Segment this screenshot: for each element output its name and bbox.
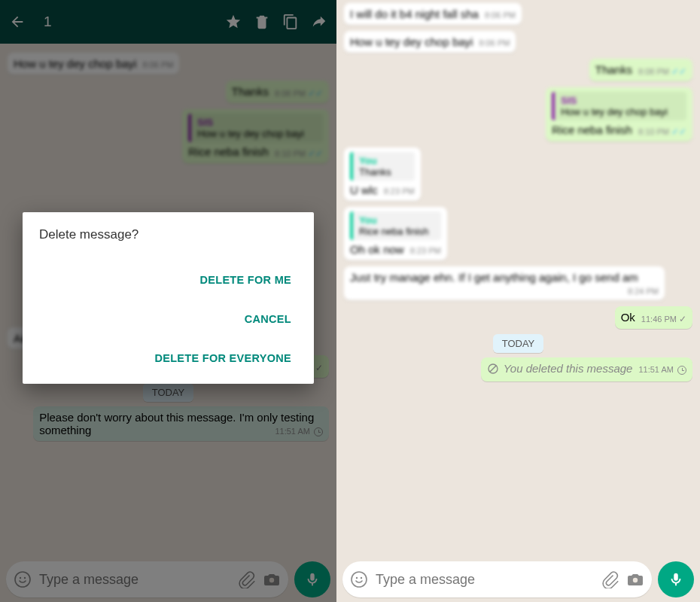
timestamp: 8:08 PM ✓✓ <box>638 66 686 77</box>
message-bubble[interactable]: Just try manage ehn. If I get anything a… <box>344 266 665 300</box>
message-input[interactable] <box>376 572 593 588</box>
message-bubble[interactable]: How u tey dey chop bayi8:06 PM <box>344 31 516 53</box>
right-screenshot: I will do it b4 night fall sha8:06 PM Ho… <box>336 0 700 602</box>
dialog-title: Delete message? <box>39 227 297 242</box>
mic-button[interactable] <box>658 561 694 597</box>
quoted-reply: YouRice neba finish <box>350 211 441 240</box>
delete-for-me-button[interactable]: DELETE FOR ME <box>193 260 297 299</box>
message-bubble[interactable]: Ok11:46 PM ✓ <box>615 306 692 329</box>
input-bar <box>342 561 694 597</box>
quoted-reply: SISHow u tey dey chop bayi <box>552 92 686 120</box>
read-tick-icon: ✓✓ <box>671 66 686 77</box>
delete-dialog: Delete message? DELETE FOR ME CANCEL DEL… <box>23 212 314 384</box>
svg-point-8 <box>361 577 362 579</box>
date-chip: TODAY <box>344 332 692 354</box>
read-tick-icon: ✓✓ <box>671 126 686 137</box>
emoji-icon[interactable] <box>350 570 368 588</box>
svg-point-7 <box>356 577 358 579</box>
svg-point-6 <box>352 572 367 587</box>
message-bubble[interactable]: YouRice neba finish Oh ok now8:23 PM <box>344 207 447 260</box>
svg-line-5 <box>490 366 496 372</box>
svg-point-9 <box>633 578 638 582</box>
timestamp: 8:23 PM <box>384 187 415 196</box>
timestamp: 8:10 PM ✓✓ <box>638 126 686 137</box>
message-bubble[interactable]: SISHow u tey dey chop bayi Rice neba fin… <box>546 87 692 141</box>
quoted-reply: YouThanks <box>350 152 415 181</box>
sent-tick-icon: ✓ <box>679 314 686 324</box>
message-bubble[interactable]: I will do it b4 night fall sha8:06 PM <box>344 3 522 25</box>
message-bubble[interactable]: Thanks8:08 PM ✓✓ <box>589 59 692 81</box>
deleted-message-bubble[interactable]: You deleted this message 11:51 AM <box>481 357 692 382</box>
delete-for-everyone-button[interactable]: DELETE FOR EVERYONE <box>148 339 297 378</box>
message-bubble[interactable]: YouThanks U wlc8:23 PM <box>344 147 421 201</box>
timestamp: 8:06 PM <box>479 38 510 47</box>
attach-icon[interactable] <box>601 570 619 588</box>
cancel-button[interactable]: CANCEL <box>239 299 297 339</box>
timestamp: 8:06 PM <box>485 11 516 20</box>
prohibited-icon <box>487 363 499 375</box>
chat-area-right: I will do it b4 night fall sha8:06 PM Ho… <box>336 0 700 558</box>
input-pill[interactable] <box>342 561 652 597</box>
timestamp: 8:24 PM <box>628 287 659 296</box>
pending-clock-icon <box>677 366 686 375</box>
timestamp: 11:51 AM <box>638 365 686 375</box>
timestamp: 11:46 PM ✓ <box>641 314 686 324</box>
camera-icon[interactable] <box>626 570 644 588</box>
timestamp: 8:23 PM <box>410 246 441 255</box>
left-screenshot: 1 How u tey dey chop bayi8:06 PM Thanks8… <box>0 0 336 602</box>
